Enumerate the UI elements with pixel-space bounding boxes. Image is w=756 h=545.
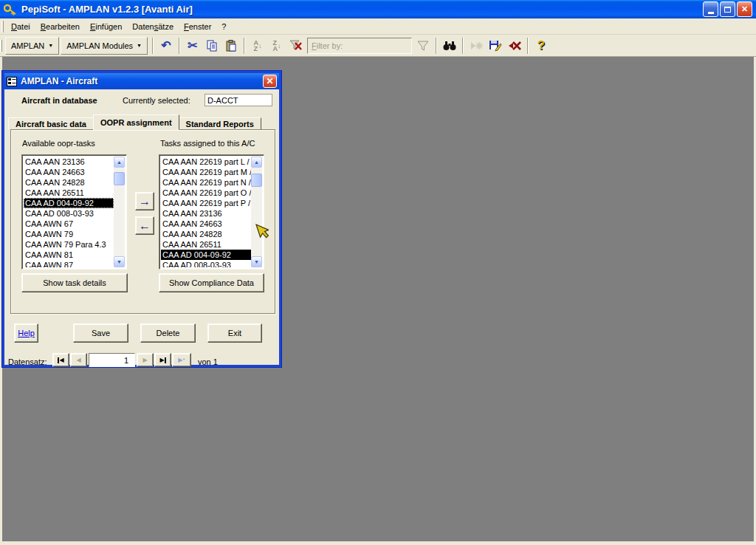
minimize-button[interactable] bbox=[703, 1, 718, 17]
list-item[interactable]: CAA AWN 67 bbox=[24, 219, 114, 229]
exit-button[interactable]: Exit bbox=[207, 323, 262, 343]
new-record-nav-button[interactable]: ▶* bbox=[172, 353, 191, 367]
list-item[interactable]: CAA AAN 23136 bbox=[161, 208, 251, 219]
oopr-tab-panel: Available oopr-tasks Tasks assigned to t… bbox=[10, 129, 275, 314]
show-task-details-button[interactable]: Show task details bbox=[21, 273, 128, 292]
scroll-thumb[interactable] bbox=[251, 174, 262, 187]
scroll-thumb[interactable] bbox=[114, 172, 125, 185]
help-button-toolbar[interactable]: ? bbox=[532, 37, 550, 55]
new-record-button[interactable] bbox=[467, 37, 485, 55]
form-icon bbox=[7, 77, 17, 86]
dialog-close-button[interactable]: ✕ bbox=[263, 75, 277, 88]
scroll-up-icon[interactable]: ▲ bbox=[251, 157, 262, 168]
show-compliance-data-button[interactable]: Show Compliance Data bbox=[159, 273, 264, 292]
unassign-task-button[interactable]: ← bbox=[135, 216, 154, 235]
mdi-client-area: AMPLAN - Aircraft ✕ Aircraft in database… bbox=[2, 57, 754, 541]
undo-button[interactable]: ↶ bbox=[157, 37, 175, 55]
paste-icon bbox=[225, 40, 237, 52]
dialog-titlebar[interactable]: AMPLAN - Aircraft ✕ bbox=[4, 73, 279, 89]
sort-descending-button[interactable]: ZA↓ bbox=[268, 37, 286, 55]
tab-oopr-assignment[interactable]: OOPR assignment bbox=[93, 114, 179, 130]
save-record-button[interactable] bbox=[487, 37, 504, 55]
last-record-button[interactable]: ▶ bbox=[154, 353, 171, 367]
list-item[interactable]: CAA AAN 24828 bbox=[161, 229, 251, 239]
menu-datensaetze[interactable]: Datensätze bbox=[127, 20, 179, 33]
help-button[interactable]: Help bbox=[14, 323, 38, 343]
list-item[interactable]: CAA AWN 81 bbox=[24, 250, 114, 260]
menu-bearbeiten[interactable]: Bearbeiten bbox=[35, 20, 85, 33]
close-icon: ✕ bbox=[266, 76, 273, 86]
next-record-button[interactable]: ▶ bbox=[137, 353, 154, 367]
next-record-icon: ▶ bbox=[142, 357, 147, 363]
amplan-modules-dropdown-button[interactable]: AMPLAN Modules ▼ bbox=[61, 37, 148, 55]
list-item[interactable]: CAA AAN 24663 bbox=[161, 219, 251, 229]
filter-button[interactable] bbox=[414, 37, 432, 55]
list-item[interactable]: CAA AAN 26511 bbox=[161, 239, 251, 250]
scroll-up-icon[interactable]: ▲ bbox=[114, 157, 125, 168]
currently-selected-input[interactable]: D-ACCT bbox=[205, 94, 272, 106]
toolbar-separator bbox=[244, 38, 245, 54]
tab-strip: Aircraft basic data OOPR assignment Stan… bbox=[8, 114, 261, 130]
available-scrollbar[interactable]: ▲ ▼ bbox=[114, 157, 125, 267]
list-item-selected[interactable]: CAA AD 004-09-92 bbox=[24, 198, 114, 208]
scroll-down-icon[interactable]: ▼ bbox=[251, 256, 262, 267]
assigned-scrollbar[interactable]: ▲ ▼ bbox=[251, 157, 262, 267]
menu-help[interactable]: ? bbox=[216, 20, 231, 33]
menubar-grip[interactable] bbox=[1, 21, 4, 32]
delete-button[interactable]: Delete bbox=[140, 323, 196, 343]
minimize-icon bbox=[708, 12, 714, 14]
restore-icon bbox=[724, 7, 731, 13]
currently-selected-label: Currently selected: bbox=[123, 96, 190, 105]
list-item[interactable]: CAA AWN 79 bbox=[24, 229, 114, 239]
amplan-dropdown-button[interactable]: AMPLAN ▼ bbox=[5, 37, 59, 55]
previous-record-icon: ◀ bbox=[76, 357, 80, 363]
filter-funnel-icon bbox=[417, 41, 429, 51]
assign-task-button[interactable]: → bbox=[135, 192, 154, 210]
menu-fenster[interactable]: Fenster bbox=[179, 20, 216, 33]
dialog-title: AMPLAN - Aircraft bbox=[21, 76, 263, 86]
list-item[interactable]: CAA AAN 26511 bbox=[24, 188, 114, 198]
list-item[interactable]: CAA AAN 22619 part O / bbox=[161, 188, 251, 198]
list-item[interactable]: CAA AWN 79 Para 4.3 bbox=[24, 239, 114, 250]
find-button[interactable] bbox=[441, 37, 458, 55]
list-item[interactable]: CAA AAN 22619 part P / bbox=[161, 198, 251, 208]
record-number-input[interactable]: 1 bbox=[89, 353, 135, 367]
cancel-changes-button[interactable] bbox=[506, 37, 523, 55]
list-item[interactable]: CAA AAN 22619 part L / i bbox=[161, 157, 251, 167]
list-item[interactable]: CAA AAN 24663 bbox=[24, 167, 114, 177]
cancel-x-icon bbox=[508, 41, 521, 51]
list-item[interactable]: CAA AAN 23136 bbox=[24, 157, 114, 167]
filter-remove-icon bbox=[289, 40, 303, 52]
save-button[interactable]: Save bbox=[73, 323, 128, 343]
save-floppy-icon bbox=[489, 40, 502, 52]
paste-button[interactable] bbox=[222, 37, 240, 55]
list-item-selected[interactable]: CAA AD 004-09-92 bbox=[161, 250, 251, 260]
first-record-button[interactable]: ◀ bbox=[52, 353, 69, 367]
toolbar-grip[interactable] bbox=[0, 40, 2, 52]
list-item[interactable]: CAA AAN 22619 part M / bbox=[161, 167, 251, 177]
list-item[interactable]: CAA AD 008-03-93 bbox=[24, 208, 114, 219]
toolbar-separator bbox=[436, 38, 437, 54]
list-item[interactable]: CAA AAN 22619 part N / bbox=[161, 177, 251, 188]
previous-record-button[interactable]: ◀ bbox=[70, 353, 87, 367]
list-item[interactable]: CAA AWN 87 bbox=[24, 260, 114, 267]
list-item[interactable]: CAA AD 008-03-93 bbox=[161, 260, 251, 267]
remove-filter-button[interactable] bbox=[287, 37, 305, 55]
app-titlebar[interactable]: PepiSoft - AMPLAN v1.2.3 [Avanti Air] ✕ bbox=[0, 0, 756, 18]
chevron-down-icon: ▼ bbox=[137, 43, 142, 48]
sort-az-icon: AZ↓ bbox=[254, 40, 262, 52]
scroll-down-icon[interactable]: ▼ bbox=[114, 256, 125, 267]
filter-input[interactable]: Filter by: bbox=[307, 38, 412, 54]
sort-ascending-button[interactable]: AZ↓ bbox=[249, 37, 267, 55]
sort-za-icon: ZA↓ bbox=[273, 40, 281, 52]
cut-button[interactable]: ✂ bbox=[184, 37, 202, 55]
restore-button[interactable] bbox=[720, 1, 735, 17]
close-button[interactable]: ✕ bbox=[737, 1, 752, 17]
menu-datei[interactable]: Datei bbox=[6, 20, 35, 33]
aircraft-in-database-label: Aircraft in database bbox=[21, 96, 97, 105]
tab-aircraft-basic-data[interactable]: Aircraft basic data bbox=[8, 117, 94, 130]
menu-einfuegen[interactable]: Einfügen bbox=[85, 20, 127, 33]
tab-standard-reports[interactable]: Standard Reports bbox=[179, 117, 261, 130]
copy-button[interactable] bbox=[203, 37, 221, 55]
list-item[interactable]: CAA AAN 24828 bbox=[24, 177, 114, 188]
